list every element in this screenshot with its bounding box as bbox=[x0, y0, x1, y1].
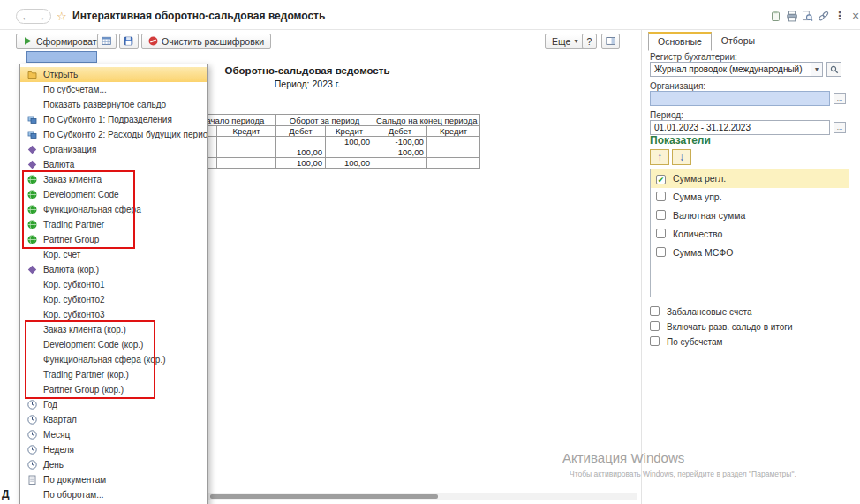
close-icon[interactable]: × bbox=[850, 10, 860, 22]
menu-item-quarter[interactable]: Квартал bbox=[20, 412, 207, 427]
selected-report-cell[interactable] bbox=[26, 51, 97, 63]
menu-item-partner-group-corr[interactable]: Partner Group (кор.) bbox=[20, 382, 207, 397]
menu-item-by-documents[interactable]: По документам bbox=[20, 472, 207, 487]
cell[interactable] bbox=[426, 158, 480, 169]
open-icon bbox=[27, 70, 37, 79]
menu-item-day[interactable]: День bbox=[20, 457, 207, 472]
menu-item-development-code[interactable]: Development Code bbox=[20, 187, 207, 202]
windows-activation-subtitle: Чтобы активировать Windows, перейдите в … bbox=[570, 470, 796, 478]
menu-item-corr-subconto3[interactable]: Кор. субконто3 bbox=[20, 307, 207, 322]
list-item[interactable]: Валютная сумма bbox=[651, 207, 849, 225]
checkbox-unchecked[interactable] bbox=[656, 192, 666, 201]
register-combo[interactable]: Журнал проводок (международный) ▾ bbox=[650, 62, 823, 77]
cell[interactable]: 100,00 bbox=[373, 147, 427, 158]
menu-item-subconto1[interactable]: По Субконто 1: Подразделения bbox=[20, 112, 207, 127]
checkbox-unchecked[interactable] bbox=[650, 306, 660, 316]
favorite-star-icon[interactable]: ☆ bbox=[57, 9, 67, 24]
clipboard-icon[interactable] bbox=[770, 11, 781, 22]
panel-splitter[interactable] bbox=[641, 30, 642, 504]
cell[interactable] bbox=[217, 137, 276, 147]
list-item[interactable]: Сумма МСФО bbox=[651, 244, 849, 262]
menu-item-week[interactable]: Неделя bbox=[20, 442, 207, 457]
tab-main[interactable]: Основные bbox=[648, 32, 712, 51]
checkbox-checked[interactable]: ✔ bbox=[656, 175, 666, 184]
menu-item-trading-partner[interactable]: Trading Partner bbox=[20, 217, 207, 232]
generate-button[interactable]: Сформировать bbox=[16, 34, 109, 49]
more-menu-icon[interactable]: ⋮ bbox=[834, 10, 846, 22]
menu-item-currency-corr[interactable]: Валюта (кор.) bbox=[20, 262, 207, 277]
move-down-button[interactable]: ↓ bbox=[672, 149, 691, 165]
clear-decode-button[interactable]: Очистить расшифровки bbox=[141, 34, 271, 49]
back-icon[interactable]: ← bbox=[21, 11, 31, 22]
cell[interactable] bbox=[373, 158, 427, 169]
checkbox-unchecked[interactable] bbox=[656, 247, 666, 257]
menu-item-month[interactable]: Месяц bbox=[20, 427, 207, 442]
menu-item-expanded-balance[interactable]: Показать развернутое сальдо bbox=[20, 97, 207, 112]
chevron-down-icon[interactable]: ▾ bbox=[811, 63, 822, 76]
help-button[interactable]: ? bbox=[582, 34, 597, 49]
globe-icon bbox=[27, 220, 37, 229]
period-label: Период: bbox=[650, 110, 683, 120]
menu-item-by-turnovers[interactable]: По оборотам... bbox=[20, 487, 207, 502]
scrollbar-thumb[interactable] bbox=[210, 494, 438, 499]
report-title: Оборотно-сальдовая ведомость bbox=[206, 65, 409, 76]
option-by-subaccounts[interactable]: По субсчетам bbox=[650, 336, 723, 348]
option-offbalance[interactable]: Забалансовые счета bbox=[650, 306, 751, 318]
cell[interactable] bbox=[326, 147, 373, 158]
forward-icon[interactable]: → bbox=[36, 11, 46, 22]
report-variants-button[interactable] bbox=[97, 34, 117, 49]
list-item[interactable]: ✔Сумма регл. bbox=[651, 169, 849, 188]
menu-item-open[interactable]: Открыть bbox=[20, 67, 207, 82]
cell[interactable]: 100,00 bbox=[276, 147, 326, 158]
period-input[interactable]: 01.01.2023 - 31.12.2023 bbox=[650, 120, 830, 135]
link-icon[interactable] bbox=[818, 11, 829, 22]
menu-item-currency[interactable]: Валюта bbox=[20, 157, 207, 172]
menu-item-corr-subconto2[interactable]: Кор. субконто2 bbox=[20, 292, 207, 307]
period-select-button[interactable]: ... bbox=[834, 122, 846, 133]
menu-item-functional-area-corr[interactable]: Функциональная сфера (кор.) bbox=[20, 352, 207, 367]
menu-item-year[interactable]: Год bbox=[20, 397, 207, 412]
menu-item-corr-subconto1[interactable]: Кор. субконто1 bbox=[20, 277, 207, 292]
organization-select-button[interactable]: ... bbox=[834, 93, 846, 104]
cell[interactable] bbox=[217, 147, 276, 158]
menu-item-functional-area[interactable]: Функциональная сфера bbox=[20, 202, 207, 217]
checkbox-unchecked[interactable] bbox=[656, 229, 666, 238]
menu-item-customer-order-corr[interactable]: Заказ клиента (кор.) bbox=[20, 322, 207, 337]
cell[interactable]: -100,00 bbox=[373, 137, 427, 147]
cell[interactable] bbox=[426, 137, 480, 147]
save-settings-button[interactable] bbox=[119, 34, 139, 49]
menu-item-trading-partner-corr[interactable]: Trading Partner (кор.) bbox=[20, 367, 207, 382]
checkbox-unchecked[interactable] bbox=[650, 321, 660, 331]
cell[interactable]: 100,00 bbox=[276, 158, 326, 169]
menu-item-organization[interactable]: Организация bbox=[20, 142, 207, 157]
option-expanded-balance-totals[interactable]: Включать разв. сальдо в итоги bbox=[650, 321, 793, 333]
menu-item-corr-account[interactable]: Кор. счет bbox=[20, 247, 207, 262]
printer-icon[interactable] bbox=[786, 11, 797, 22]
menu-item-subconto2[interactable]: По Субконто 2: Расходы будущих периодов bbox=[20, 127, 207, 142]
more-button[interactable]: Еще ▾ bbox=[545, 34, 585, 49]
label: Месяц bbox=[43, 430, 70, 440]
horizontal-scrollbar[interactable] bbox=[206, 493, 637, 500]
menu-item-development-code-corr[interactable]: Development Code (кор.) bbox=[20, 337, 207, 352]
register-open-button[interactable] bbox=[826, 62, 841, 77]
cell[interactable] bbox=[276, 137, 326, 147]
preview-icon[interactable] bbox=[802, 11, 813, 22]
move-up-button[interactable]: ↑ bbox=[650, 149, 669, 165]
cell[interactable]: 100,00 bbox=[326, 137, 373, 147]
cell[interactable]: 100,00 bbox=[326, 158, 373, 169]
app-window: ← → ☆ Интерактивная оборотно-сальдовая в… bbox=[0, 0, 860, 504]
cell[interactable] bbox=[217, 158, 276, 169]
menu-item-customer-order[interactable]: Заказ клиента bbox=[20, 172, 207, 187]
checkbox-unchecked[interactable] bbox=[650, 336, 660, 346]
list-item[interactable]: Количество bbox=[651, 225, 849, 244]
cell[interactable] bbox=[426, 147, 480, 158]
checkbox-unchecked[interactable] bbox=[656, 210, 666, 220]
label: По субсчетам... bbox=[43, 85, 107, 94]
organization-input[interactable] bbox=[650, 91, 830, 106]
globe-icon bbox=[27, 175, 37, 184]
clock-icon bbox=[27, 430, 37, 440]
form-settings-button[interactable] bbox=[601, 34, 620, 49]
list-item[interactable]: Сумма упр. bbox=[651, 188, 849, 207]
menu-item-partner-group[interactable]: Partner Group bbox=[20, 232, 207, 247]
menu-item-by-subaccounts[interactable]: По субсчетам... bbox=[20, 82, 207, 97]
